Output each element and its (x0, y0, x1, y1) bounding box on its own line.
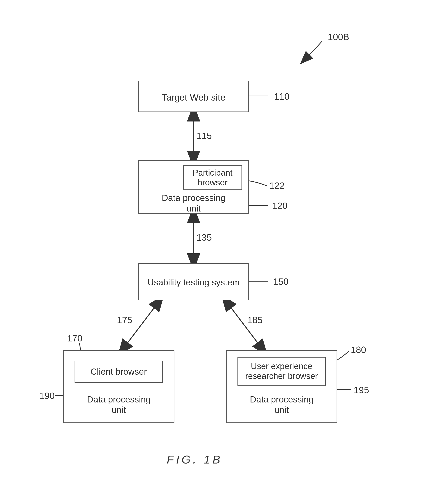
ref-110: 110 (274, 91, 289, 102)
ref-180: 180 (351, 344, 366, 355)
ref-175: 175 (117, 315, 132, 325)
ux-dpu-label: Data processing unit (227, 394, 337, 415)
figure-ref-label: 100B (328, 32, 349, 42)
svg-line-2 (123, 301, 159, 349)
usability-label: Usability testing system (139, 277, 248, 288)
target-web-site-box: Target Web site (138, 81, 249, 112)
ux-dpu-box: User experience researcher browser Data … (226, 350, 337, 423)
usability-box: Usability testing system (138, 263, 249, 300)
ux-browser-box: User experience researcher browser (238, 357, 326, 385)
figure-caption: FIG. 1B (167, 453, 222, 466)
participant-browser-box: Participant browser (183, 165, 242, 190)
client-browser-box: Client browser (74, 361, 163, 383)
ref-115: 115 (197, 130, 212, 141)
ref-195: 195 (354, 385, 369, 395)
target-web-site-label: Target Web site (139, 92, 248, 103)
participant-dpu-label: Data processing unit (139, 193, 248, 214)
ux-browser-label: User experience researcher browser (245, 361, 318, 381)
client-dpu-box: Client browser Data processing unit (63, 350, 174, 423)
svg-line-3 (226, 301, 263, 349)
ref-185: 185 (247, 315, 263, 325)
diagram-svg (0, 0, 428, 504)
ref-135: 135 (197, 232, 212, 243)
client-browser-label: Client browser (91, 367, 147, 377)
ref-170: 170 (67, 333, 82, 343)
ref-120: 120 (272, 201, 288, 211)
client-dpu-label: Data processing unit (64, 394, 174, 415)
participant-browser-label: Participant browser (193, 168, 232, 187)
ref-190: 190 (39, 391, 55, 401)
participant-dpu-box: Participant browser Data processing unit (138, 160, 249, 214)
ref-150: 150 (273, 276, 288, 287)
ref-122: 122 (269, 180, 285, 191)
diagram-canvas: 100B Target Web site 110 115 Participant… (0, 0, 428, 504)
